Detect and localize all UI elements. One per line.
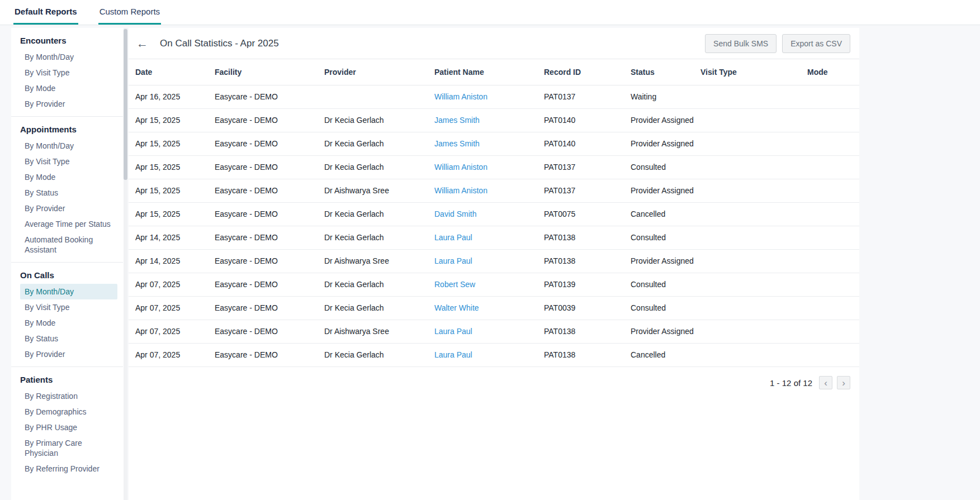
patient-name-link[interactable]: James Smith bbox=[434, 139, 480, 148]
patient-name-link[interactable]: William Aniston bbox=[434, 163, 487, 172]
table-row: Apr 15, 2025Easycare - DEMODr Kecia Gerl… bbox=[129, 132, 859, 156]
table-row: Apr 14, 2025Easycare - DEMODr Aishwarya … bbox=[129, 250, 859, 273]
page-title: On Call Statistics - Apr 2025 bbox=[160, 38, 279, 49]
patient-name-link[interactable]: James Smith bbox=[434, 116, 480, 125]
cell-status: Consulted bbox=[631, 156, 700, 179]
cell-status: Provider Assigned bbox=[631, 320, 700, 344]
sidebar-item-by-primary-care-physician[interactable]: By Primary Care Physician bbox=[20, 435, 117, 461]
sidebar-item-average-time-per-status[interactable]: Average Time per Status bbox=[20, 216, 117, 232]
column-header-facility: Facility bbox=[215, 59, 324, 85]
sidebar-section-title: On Calls bbox=[11, 265, 123, 284]
pagination-range-label: 1 - 12 of 12 bbox=[770, 378, 812, 388]
cell-provider: Dr Kecia Gerlach bbox=[324, 297, 434, 320]
sidebar-item-by-visit-type[interactable]: By Visit Type bbox=[20, 154, 117, 169]
sidebar-item-by-provider[interactable]: By Provider bbox=[20, 201, 117, 216]
sidebar-item-by-phr-usage[interactable]: By PHR Usage bbox=[20, 420, 117, 435]
sidebar-item-by-provider[interactable]: By Provider bbox=[20, 96, 117, 112]
next-page-icon[interactable]: › bbox=[837, 376, 850, 389]
tab-default-reports[interactable]: Default Reports bbox=[13, 0, 78, 25]
send-bulk-sms-button[interactable]: Send Bulk SMS bbox=[705, 34, 777, 53]
cell-provider: Dr Kecia Gerlach bbox=[324, 273, 434, 297]
patient-name-link[interactable]: Laura Paul bbox=[434, 350, 472, 359]
cell-facility: Easycare - DEMO bbox=[215, 320, 324, 344]
sidebar-item-by-month-day[interactable]: By Month/Day bbox=[20, 138, 117, 154]
sidebar-item-by-mode[interactable]: By Mode bbox=[20, 169, 117, 185]
cell-provider: Dr Aishwarya Sree bbox=[324, 250, 434, 273]
cell-date: Apr 07, 2025 bbox=[129, 273, 215, 297]
sidebar-scrollbar[interactable] bbox=[124, 28, 127, 500]
cell-provider: Dr Kecia Gerlach bbox=[324, 344, 434, 367]
patient-name-link[interactable]: Laura Paul bbox=[434, 233, 472, 242]
cell-mode bbox=[807, 179, 859, 203]
cell-mode bbox=[807, 85, 859, 109]
cell-provider: Dr Kecia Gerlach bbox=[324, 109, 434, 132]
cell-patient-name: Robert Sew bbox=[434, 273, 544, 297]
tab-label: Custom Reports bbox=[100, 7, 160, 16]
table-row: Apr 15, 2025Easycare - DEMODr Kecia Gerl… bbox=[129, 156, 859, 179]
cell-visit-type bbox=[700, 109, 807, 132]
cell-mode bbox=[807, 203, 859, 226]
patient-name-link[interactable]: Walter White bbox=[434, 303, 479, 312]
cell-provider: Dr Aishwarya Sree bbox=[324, 179, 434, 203]
patient-name-link[interactable]: William Aniston bbox=[434, 92, 487, 101]
back-arrow-icon[interactable]: ← bbox=[136, 37, 155, 50]
patient-name-link[interactable]: David Smith bbox=[434, 209, 476, 218]
sidebar-item-by-referring-provider[interactable]: By Referring Provider bbox=[20, 461, 117, 477]
column-header-record-id: Record ID bbox=[544, 59, 631, 85]
export-as-csv-button[interactable]: Export as CSV bbox=[782, 34, 850, 53]
sidebar-item-by-provider[interactable]: By Provider bbox=[20, 346, 117, 362]
cell-date: Apr 07, 2025 bbox=[129, 344, 215, 367]
cell-facility: Easycare - DEMO bbox=[215, 156, 324, 179]
cell-patient-name: James Smith bbox=[434, 109, 544, 132]
sidebar-item-by-status[interactable]: By Status bbox=[20, 331, 117, 346]
cell-visit-type bbox=[700, 85, 807, 109]
previous-page-icon[interactable]: ‹ bbox=[819, 376, 832, 389]
cell-patient-name: Laura Paul bbox=[434, 320, 544, 344]
cell-status: Provider Assigned bbox=[631, 250, 700, 273]
cell-date: Apr 16, 2025 bbox=[129, 85, 215, 109]
column-header-patient-name: Patient Name bbox=[434, 59, 544, 85]
sidebar-item-automated-booking-assistant[interactable]: Automated Booking Assistant bbox=[20, 232, 117, 258]
sidebar-scrollbar-thumb[interactable] bbox=[124, 29, 127, 180]
patient-name-link[interactable]: William Aniston bbox=[434, 186, 487, 195]
cell-visit-type bbox=[700, 344, 807, 367]
cell-record-id: PAT0075 bbox=[544, 203, 631, 226]
cell-date: Apr 15, 2025 bbox=[129, 179, 215, 203]
cell-patient-name: Laura Paul bbox=[434, 250, 544, 273]
sidebar-item-by-registration[interactable]: By Registration bbox=[20, 388, 117, 404]
sidebar-item-by-visit-type[interactable]: By Visit Type bbox=[20, 65, 117, 80]
sidebar-item-by-demographics[interactable]: By Demographics bbox=[20, 404, 117, 420]
main-header: ← On Call Statistics - Apr 2025 Send Bul… bbox=[129, 28, 859, 59]
cell-patient-name: William Aniston bbox=[434, 179, 544, 203]
cell-facility: Easycare - DEMO bbox=[215, 273, 324, 297]
cell-date: Apr 14, 2025 bbox=[129, 226, 215, 250]
column-header-visit-type: Visit Type bbox=[700, 59, 807, 85]
cell-date: Apr 15, 2025 bbox=[129, 156, 215, 179]
cell-facility: Easycare - DEMO bbox=[215, 203, 324, 226]
patient-name-link[interactable]: Laura Paul bbox=[434, 327, 472, 336]
cell-patient-name: David Smith bbox=[434, 203, 544, 226]
cell-record-id: PAT0138 bbox=[544, 250, 631, 273]
tab-custom-reports[interactable]: Custom Reports bbox=[98, 0, 161, 25]
cell-provider: Dr Kecia Gerlach bbox=[324, 203, 434, 226]
cell-provider: Dr Aishwarya Sree bbox=[324, 320, 434, 344]
cell-visit-type bbox=[700, 226, 807, 250]
table-row: Apr 15, 2025Easycare - DEMODr Kecia Gerl… bbox=[129, 109, 859, 132]
cell-patient-name: Laura Paul bbox=[434, 226, 544, 250]
sidebar-item-by-status[interactable]: By Status bbox=[20, 185, 117, 201]
sidebar-item-by-month-day[interactable]: By Month/Day bbox=[20, 49, 117, 65]
cell-record-id: PAT0137 bbox=[544, 156, 631, 179]
patient-name-link[interactable]: Robert Sew bbox=[434, 280, 475, 289]
sidebar-item-by-month-day[interactable]: By Month/Day bbox=[20, 284, 117, 299]
cell-facility: Easycare - DEMO bbox=[215, 85, 324, 109]
cell-date: Apr 15, 2025 bbox=[129, 132, 215, 156]
cell-status: Provider Assigned bbox=[631, 179, 700, 203]
patient-name-link[interactable]: Laura Paul bbox=[434, 256, 472, 265]
sidebar-item-by-mode[interactable]: By Mode bbox=[20, 315, 117, 331]
cell-record-id: PAT0139 bbox=[544, 273, 631, 297]
table-row: Apr 16, 2025Easycare - DEMOWilliam Anist… bbox=[129, 85, 859, 109]
sidebar-section-patients: PatientsBy RegistrationBy DemographicsBy… bbox=[11, 367, 123, 481]
sidebar-item-by-mode[interactable]: By Mode bbox=[20, 80, 117, 96]
tab-label: Default Reports bbox=[15, 7, 77, 16]
sidebar-item-by-visit-type[interactable]: By Visit Type bbox=[20, 299, 117, 315]
